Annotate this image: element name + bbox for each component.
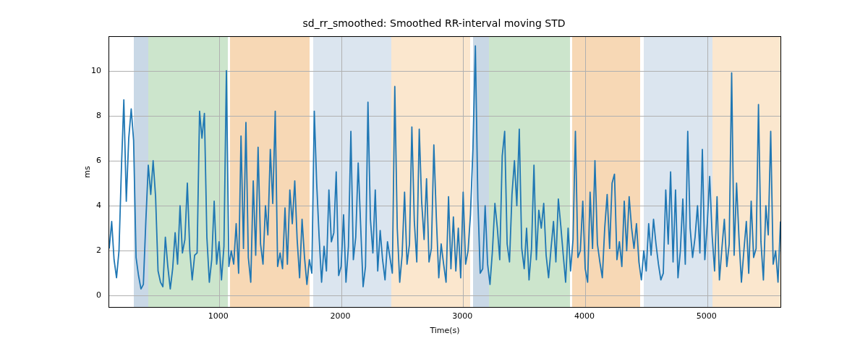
x-tick-label: 1000 [208, 311, 229, 321]
y-tick-label: 4 [96, 201, 101, 210]
y-axis-label: ms [80, 36, 94, 308]
data-line [109, 37, 780, 307]
x-axis-label: Time(s) [109, 326, 781, 335]
chart-figure: sd_rr_smoothed: Smoothed RR-interval mov… [0, 0, 868, 362]
y-tick-label: 6 [96, 155, 101, 164]
y-tick-label: 10 [91, 65, 101, 75]
y-tick-label: 8 [96, 110, 101, 119]
plot-area [109, 36, 781, 308]
y-tick-label: 0 [96, 290, 101, 300]
chart-title: sd_rr_smoothed: Smoothed RR-interval mov… [0, 17, 868, 29]
x-tick-label: 5000 [697, 311, 717, 321]
x-tick-label: 3000 [452, 311, 472, 321]
x-tick-label: 2000 [331, 311, 351, 321]
y-tick-label: 2 [96, 245, 101, 255]
x-tick-label: 4000 [574, 311, 595, 321]
